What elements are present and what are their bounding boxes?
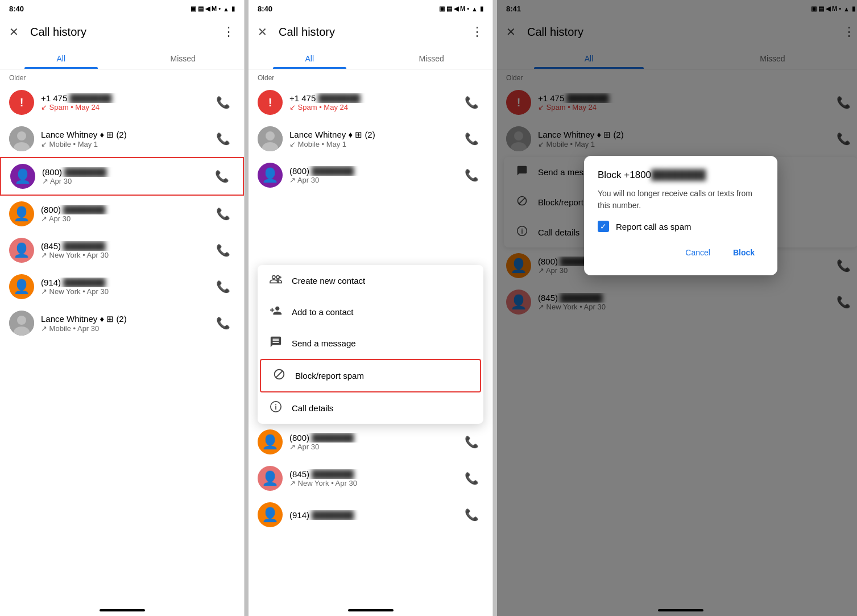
more-button-1[interactable]: ⋮: [218, 20, 239, 44]
blurred-number-1: ███████: [69, 93, 111, 103]
call-item-lance-2[interactable]: Lance Whitney ♦ ⊞ (2) ↙ Mobile • May 1 📞: [249, 121, 492, 157]
call-sub-800-1: ↗ Apr 30: [42, 177, 204, 185]
call-name-800c-2: (800) ███████: [289, 433, 453, 443]
call-item-800-2[interactable]: 👤 (800) ███████ ↗ Apr 30 📞: [249, 157, 492, 193]
svg-point-4: [17, 316, 26, 325]
message-icon: [269, 336, 283, 351]
tab-missed-1[interactable]: Missed: [122, 48, 245, 69]
menu-block-spam[interactable]: Block/report spam: [260, 359, 481, 392]
avatar-800-1: 👤: [10, 164, 35, 189]
block-dialog: Block +1800████████ You will no longer r…: [584, 156, 777, 275]
menu-block-spam-label: Block/report spam: [295, 371, 364, 381]
phone-icon-845-1[interactable]: 📞: [212, 239, 235, 262]
phone-icon-spam-1[interactable]: 📞: [212, 91, 235, 114]
status-bar-1: 8:40 ▣ ▤ ◀ M • ▲ ▮: [0, 0, 244, 15]
menu-call-details[interactable]: Call details: [258, 392, 483, 424]
context-menu-2: Create new contact Add to a contact Send…: [258, 265, 483, 424]
blurred-914-1: ███████: [63, 278, 105, 287]
call-item-845-1[interactable]: 👤 (845) ███████ ↗ New York • Apr 30 📞: [0, 232, 244, 268]
phone-icon-lance-bottom-1[interactable]: 📞: [212, 312, 235, 334]
blurred-914-2: ███████: [312, 510, 354, 520]
more-button-2[interactable]: ⋮: [466, 20, 488, 44]
blurred-800-2: ███████: [312, 166, 354, 176]
call-info-845-1: (845) ███████ ↗ New York • Apr 30: [41, 241, 205, 259]
avatar-914-1: 👤: [9, 274, 34, 299]
phone-icon-800c-2[interactable]: 📞: [460, 431, 483, 453]
call-info-800b-1: (800) ███████ ↗ Apr 30: [41, 205, 205, 223]
person-add-icon-1: [269, 273, 283, 288]
section-label-older-1: Older: [0, 69, 244, 84]
tab-all-2[interactable]: All: [249, 48, 371, 69]
dialog-checkbox-row[interactable]: ✓ Report call as spam: [598, 221, 764, 232]
call-item-spam-1[interactable]: ! +1 475 ███████ ↙ Spam • May 24 📞: [0, 84, 244, 121]
person-icon-914-1: 👤: [13, 279, 30, 295]
person-icon-845-1: 👤: [13, 242, 30, 258]
menu-send-message[interactable]: Send a message: [258, 328, 483, 359]
tab-all-1[interactable]: All: [0, 48, 122, 69]
phone-icon-lance-2[interactable]: 📞: [460, 127, 483, 150]
panel-separator-2: [493, 0, 497, 616]
status-bar-2: 8:40 ▣ ▤ ◀ M • ▲ ▮: [249, 0, 492, 15]
checkbox-spam[interactable]: ✓: [598, 221, 609, 232]
call-list-more-2: 👤 (800) ███████ ↗ Apr 30 📞 👤 (845) █████…: [249, 424, 492, 605]
bottom-bar-2: [249, 605, 492, 616]
tab-missed-2[interactable]: Missed: [371, 48, 493, 69]
call-item-800c-2[interactable]: 👤 (800) ███████ ↗ Apr 30 📞: [249, 424, 492, 460]
phone-icon-lance-1[interactable]: 📞: [212, 127, 235, 150]
dialog-body: You will no longer receive calls or text…: [598, 188, 764, 212]
block-icon: [272, 368, 286, 383]
dialog-overlay-3: Block +1800████████ You will no longer r…: [584, 156, 777, 275]
avatar-spam-1: !: [9, 90, 34, 115]
call-name-914-1: (914) ███████: [41, 278, 205, 287]
menu-create-contact[interactable]: Create new contact: [258, 265, 483, 296]
svg-point-1: [17, 131, 26, 140]
blurred-800-1: ███████: [64, 167, 106, 177]
call-item-lance-1[interactable]: Lance Whitney ♦ ⊞ (2) ↙ Mobile • May 1 📞: [0, 121, 244, 157]
phone-icon-800b-1[interactable]: 📞: [212, 202, 235, 225]
block-button[interactable]: Block: [724, 243, 764, 262]
blurred-845-1: ███████: [63, 241, 105, 251]
call-item-lance-bottom-1[interactable]: Lance Whitney ♦ ⊞ (2) ↗ Mobile • Apr 30 …: [0, 305, 244, 341]
phone-icon-800-1[interactable]: 📞: [210, 165, 234, 188]
call-item-845-2[interactable]: 👤 (845) ███████ ↗ New York • Apr 30 📞: [249, 460, 492, 497]
call-info-spam-1: +1 475 ███████ ↙ Spam • May 24: [41, 93, 205, 111]
call-name-lance-bottom-1: Lance Whitney ♦ ⊞ (2): [41, 314, 205, 324]
close-button-2[interactable]: ✕: [253, 22, 272, 42]
wifi-signal-2: ▲: [471, 6, 478, 13]
top-bar-1: ✕ Call history ⋮: [0, 15, 244, 48]
call-info-lance-1: Lance Whitney ♦ ⊞ (2) ↙ Mobile • May 1: [41, 130, 205, 148]
call-list-1: ! +1 475 ███████ ↙ Spam • May 24 📞 Lance…: [0, 84, 244, 605]
call-item-800-highlighted-1[interactable]: 👤 (800) ███████ ↗ Apr 30 📞: [0, 157, 244, 196]
avatar-914-2: 👤: [258, 502, 283, 527]
avatar-lance-2: [258, 126, 283, 151]
person-icon-800c-2: 👤: [262, 434, 279, 450]
time-1: 8:40: [9, 5, 24, 13]
call-item-914-1[interactable]: 👤 (914) ███████ ↗ New York • Apr 30 📞: [0, 268, 244, 305]
menu-add-contact[interactable]: Add to a contact: [258, 296, 483, 328]
svg-point-7: [266, 131, 275, 140]
exclaim-icon-1: !: [20, 96, 24, 109]
call-info-lance-bottom-1: Lance Whitney ♦ ⊞ (2) ↗ Mobile • Apr 30: [41, 314, 205, 333]
phone-icon-845-2[interactable]: 📞: [460, 467, 483, 490]
phone-icon-914-1[interactable]: 📞: [212, 275, 235, 298]
close-button-1[interactable]: ✕: [5, 22, 23, 42]
phone-icon-spam-2[interactable]: 📞: [460, 91, 483, 114]
exclaim-icon-2: !: [268, 96, 272, 109]
call-item-800b-1[interactable]: 👤 (800) ███████ ↗ Apr 30 📞: [0, 196, 244, 232]
tabs-2: All Missed: [249, 48, 492, 69]
phone-icon-800-2[interactable]: 📞: [460, 164, 483, 187]
check-icon: ✓: [600, 222, 607, 231]
phone-icon-914-2[interactable]: 📞: [460, 503, 483, 526]
call-info-914-1: (914) ███████ ↗ New York • Apr 30: [41, 278, 205, 296]
call-info-800c-2: (800) ███████ ↗ Apr 30: [289, 433, 453, 451]
dialog-title-blurred: ████████: [651, 169, 706, 181]
person-add-icon-2: [269, 304, 283, 320]
page-title-1: Call history: [30, 26, 211, 39]
call-sub-800b-1: ↗ Apr 30: [41, 214, 205, 223]
call-info-800-1: (800) ███████ ↗ Apr 30: [42, 167, 204, 185]
section-label-older-2: Older: [249, 69, 492, 84]
person-icon-914-2: 👤: [262, 507, 279, 523]
call-item-spam-2[interactable]: ! +1 475 ███████ ↙ Spam • May 24 📞: [249, 84, 492, 121]
cancel-button[interactable]: Cancel: [676, 243, 719, 262]
call-item-914-2[interactable]: 👤 (914) ███████ 📞: [249, 497, 492, 533]
